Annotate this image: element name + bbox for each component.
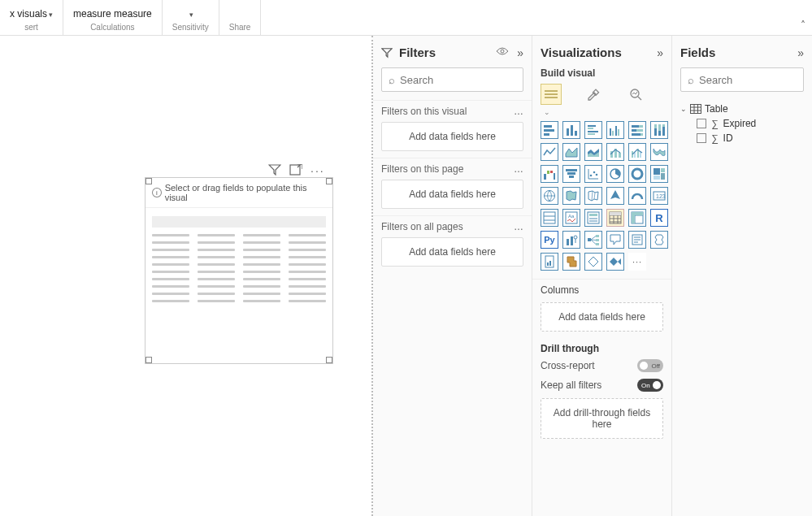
key-influencers-icon[interactable] xyxy=(562,231,580,249)
field-id[interactable]: ∑ ID xyxy=(697,131,804,145)
ribbon-group-sensitivity[interactable]: ▾ Sensitivity xyxy=(163,0,219,35)
svg-rect-86 xyxy=(596,239,599,241)
svg-rect-15 xyxy=(588,128,593,129)
more-icon[interactable]: … xyxy=(514,106,523,117)
multi-row-card-icon[interactable] xyxy=(541,209,558,227)
power-automate-visual-icon[interactable] xyxy=(584,253,602,271)
svg-rect-19 xyxy=(612,131,614,136)
svg-rect-4 xyxy=(545,93,558,95)
table-visual-placeholder[interactable]: i Select or drag fields to populate this… xyxy=(145,177,333,364)
svg-rect-25 xyxy=(639,125,643,128)
stacked-bar-chart-icon[interactable] xyxy=(541,121,558,139)
r-script-visual-icon[interactable]: R xyxy=(650,209,668,227)
area-chart-icon[interactable] xyxy=(562,143,580,161)
ribbon-group-calculations[interactable]: measure measure Calculations xyxy=(63,0,163,35)
svg-point-49 xyxy=(593,171,596,174)
main-area: ··· i Select or drag fields to populate … xyxy=(0,36,812,516)
svg-rect-11 xyxy=(567,128,569,136)
filter-visual-icon[interactable] xyxy=(268,164,281,177)
ribbon-group-share[interactable]: Share xyxy=(219,0,262,35)
power-apps-visual-icon[interactable] xyxy=(562,253,580,271)
waterfall-chart-icon[interactable] xyxy=(541,165,558,183)
funnel-chart-icon[interactable] xyxy=(562,165,580,183)
svg-rect-47 xyxy=(569,176,574,178)
focus-mode-icon[interactable] xyxy=(289,164,302,177)
visual-filter-dropzone[interactable]: Add data fields here xyxy=(381,122,523,151)
keep-filters-toggle[interactable]: On xyxy=(637,379,663,392)
goals-visual-icon[interactable] xyxy=(650,231,668,249)
map-icon[interactable] xyxy=(541,187,558,205)
azure-map-icon[interactable] xyxy=(606,187,624,205)
clustered-bar-chart-icon[interactable] xyxy=(584,121,602,139)
collapse-ribbon-icon[interactable]: ˄ xyxy=(801,20,805,31)
decomposition-tree-icon[interactable] xyxy=(584,231,602,249)
stacked-column-chart-icon[interactable] xyxy=(562,121,580,139)
table-icon xyxy=(690,104,701,114)
ribbon-group-insert[interactable]: x visuals▾ sert xyxy=(0,0,63,35)
scatter-chart-icon[interactable] xyxy=(584,165,602,183)
kpi-icon[interactable]: Aa xyxy=(562,209,580,227)
donut-chart-icon[interactable] xyxy=(628,165,646,183)
checkbox[interactable] xyxy=(697,133,706,143)
pie-chart-icon[interactable] xyxy=(606,165,624,183)
checkbox[interactable] xyxy=(697,119,706,128)
filled-map-icon[interactable] xyxy=(562,187,580,205)
svg-rect-80 xyxy=(632,212,635,223)
line-stacked-column-icon[interactable] xyxy=(606,143,624,161)
paginated-report-icon[interactable] xyxy=(541,253,558,271)
drillthrough-dropzone[interactable]: Add drill-through fields here xyxy=(541,398,663,439)
build-visual-tab[interactable] xyxy=(541,84,562,105)
page-filter-dropzone[interactable]: Add data fields here xyxy=(381,180,523,209)
viz-header: Visualizations » xyxy=(532,42,671,67)
arcgis-map-icon[interactable] xyxy=(606,253,624,271)
ribbon-chart-icon[interactable] xyxy=(650,143,668,161)
filters-on-visual-section: Filters on this visual… Add data fields … xyxy=(373,100,532,158)
drill-through-label: Drill through xyxy=(532,338,671,356)
svg-rect-53 xyxy=(654,168,660,175)
fields-search[interactable]: ⌕ xyxy=(680,67,804,92)
smart-narrative-icon[interactable] xyxy=(628,231,646,249)
svg-text:123: 123 xyxy=(656,193,666,199)
fields-title: Fields xyxy=(680,46,715,59)
stacked-area-chart-icon[interactable] xyxy=(584,143,602,161)
svg-rect-40 xyxy=(640,152,641,158)
collapse-fields-icon[interactable]: » xyxy=(797,46,804,59)
more-icon[interactable]: … xyxy=(514,163,523,175)
slicer-icon[interactable] xyxy=(584,209,602,227)
shape-map-icon[interactable] xyxy=(584,187,602,205)
fields-search-input[interactable] xyxy=(699,74,812,86)
line-chart-icon[interactable] xyxy=(541,143,558,161)
qa-visual-icon[interactable] xyxy=(606,231,624,249)
collapse-viz-icon[interactable]: » xyxy=(657,46,663,59)
card-icon[interactable]: 123 xyxy=(650,187,668,205)
eye-icon[interactable] xyxy=(496,46,509,59)
svg-rect-42 xyxy=(547,171,549,174)
format-visual-tab[interactable] xyxy=(583,84,604,105)
hundred-stacked-bar-icon[interactable] xyxy=(628,121,646,139)
viz-title: Visualizations xyxy=(541,46,622,59)
analytics-tab[interactable] xyxy=(625,84,646,105)
clustered-column-chart-icon[interactable] xyxy=(606,121,624,139)
table-icon[interactable] xyxy=(606,209,624,227)
filters-search-input[interactable] xyxy=(400,74,536,86)
hundred-stacked-column-icon[interactable] xyxy=(650,121,668,139)
build-visual-label: Build visual xyxy=(532,67,671,82)
svg-rect-66 xyxy=(589,214,597,216)
collapse-filters-icon[interactable]: » xyxy=(517,46,523,59)
more-icon[interactable]: … xyxy=(514,221,523,232)
table-node[interactable]: ⌄ Table xyxy=(680,102,804,116)
report-canvas[interactable]: ··· i Select or drag fields to populate … xyxy=(0,36,373,516)
gauge-icon[interactable] xyxy=(628,187,646,205)
line-clustered-column-icon[interactable] xyxy=(628,143,646,161)
svg-rect-43 xyxy=(550,171,553,173)
field-expired[interactable]: ∑ Expired xyxy=(697,116,804,131)
python-visual-icon[interactable]: Py xyxy=(541,231,558,249)
matrix-icon[interactable] xyxy=(628,209,646,227)
columns-dropzone[interactable]: Add data fields here xyxy=(541,302,663,332)
get-more-visuals-icon[interactable]: ··· xyxy=(628,253,646,271)
all-filter-dropzone[interactable]: Add data fields here xyxy=(381,237,523,267)
treemap-icon[interactable] xyxy=(650,165,668,183)
more-options-icon[interactable]: ··· xyxy=(310,164,325,177)
cross-report-toggle[interactable]: Off xyxy=(637,359,663,372)
filters-search[interactable]: ⌕ xyxy=(381,67,523,92)
